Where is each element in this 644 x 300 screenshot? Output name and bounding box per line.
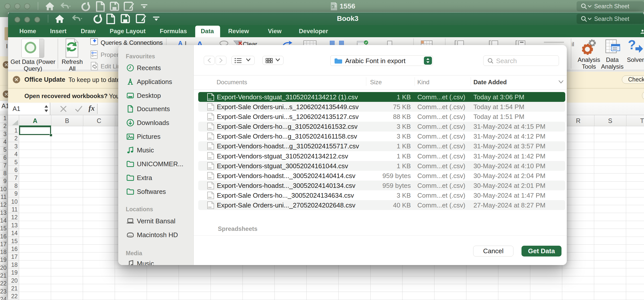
svg-text:csv: csv xyxy=(208,127,212,130)
svg-text:a: a xyxy=(335,4,337,8)
svg-text:csv: csv xyxy=(208,177,212,179)
svg-text:?: ? xyxy=(628,39,636,52)
svg-text:csv: csv xyxy=(208,186,212,189)
svg-text:csv: csv xyxy=(208,108,212,110)
svg-text:csv: csv xyxy=(208,98,212,100)
svg-text:csv: csv xyxy=(208,206,212,208)
svg-text:csv: csv xyxy=(208,167,212,169)
svg-text:csv: csv xyxy=(208,157,212,159)
svg-text:x: x xyxy=(332,5,333,8)
svg-text:csv: csv xyxy=(208,117,212,120)
svg-text:csv: csv xyxy=(208,147,212,149)
svg-text:csv: csv xyxy=(208,196,212,198)
svg-text:csv: csv xyxy=(208,137,212,139)
